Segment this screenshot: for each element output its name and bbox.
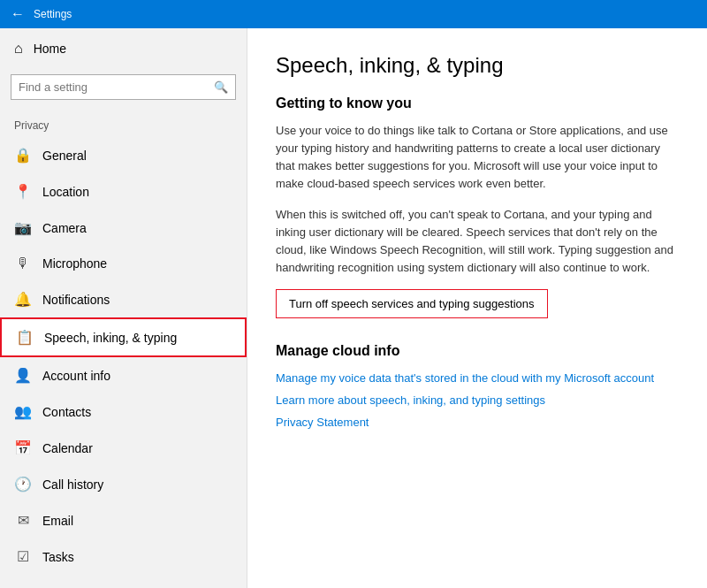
speech-icon: 📋 [16,329,34,346]
search-input[interactable] [19,80,214,94]
search-icon: 🔍 [214,80,228,94]
content-area: Speech, inking, & typing Getting to know… [247,28,707,588]
location-icon: 📍 [14,183,32,200]
main-layout: ⌂ Home 🔍 Privacy 🔒 General 📍 Location 📷 … [0,28,707,588]
calendar-icon: 📅 [14,439,32,456]
getting-to-know-heading: Getting to know you [276,95,679,111]
sidebar-item-label: Contacts [42,405,91,419]
sidebar-item-notifications[interactable]: 🔔 Notifications [0,281,247,317]
sidebar-item-account[interactable]: 👤 Account info [0,357,247,393]
sidebar-item-label: Account info [42,369,110,383]
turn-off-button[interactable]: Turn off speech services and typing sugg… [276,289,548,318]
sidebar-item-label: Calendar [42,441,93,455]
description-2: When this is switched off, you can't spe… [276,206,679,278]
contacts-icon: 👥 [14,403,32,420]
sidebar-home-label: Home [34,42,66,56]
learn-more-link[interactable]: Learn more about speech, inking, and typ… [276,393,679,407]
callhistory-icon: 🕐 [14,476,32,493]
sidebar-item-label: Microphone [42,256,107,271]
sidebar-item-general[interactable]: 🔒 General [0,137,247,173]
search-box: 🔍 [11,74,236,100]
account-icon: 👤 [14,367,32,384]
sidebar-item-calendar[interactable]: 📅 Calendar [0,430,247,466]
general-icon: 🔒 [14,147,32,164]
sidebar-item-label: Tasks [42,550,74,564]
back-button[interactable]: ← [11,6,25,22]
sidebar-item-email[interactable]: ✉ Email [0,502,247,538]
sidebar-item-label: Location [42,185,89,199]
sidebar-item-label: Email [42,514,73,528]
sidebar-item-camera[interactable]: 📷 Camera [0,210,247,246]
tasks-icon: ☑ [14,548,32,565]
privacy-statement-link[interactable]: Privacy Statement [276,416,679,429]
sidebar-item-home[interactable]: ⌂ Home [0,28,247,69]
home-icon: ⌂ [14,41,23,57]
sidebar-item-label: Notifications [42,293,110,307]
sidebar-item-microphone[interactable]: 🎙 Microphone [0,246,247,281]
sidebar-item-speech[interactable]: 📋 Speech, inking, & typing [0,317,247,357]
manage-cloud-heading: Manage cloud info [276,343,679,359]
microphone-icon: 🎙 [14,256,32,271]
sidebar-item-contacts[interactable]: 👥 Contacts [0,393,247,430]
sidebar-item-label: Call history [42,477,103,492]
sidebar-item-location[interactable]: 📍 Location [0,173,247,210]
notifications-icon: 🔔 [14,291,32,308]
sidebar-item-label: General [42,149,87,163]
description-1: Use your voice to do things like talk to… [276,122,679,194]
sidebar: ⌂ Home 🔍 Privacy 🔒 General 📍 Location 📷 … [0,28,247,588]
manage-voice-data-link[interactable]: Manage my voice data that's stored in th… [276,371,679,385]
title-bar: ← Settings [0,0,707,28]
email-icon: ✉ [14,512,32,529]
window-title: Settings [34,8,72,20]
sidebar-item-label: Speech, inking, & typing [44,331,177,345]
sidebar-item-callhistory[interactable]: 🕐 Call history [0,466,247,502]
page-title: Speech, inking, & typing [276,53,679,78]
sidebar-item-tasks[interactable]: ☑ Tasks [0,538,247,575]
camera-icon: 📷 [14,219,32,236]
sidebar-section-label: Privacy [0,112,247,137]
sidebar-item-label: Camera [42,221,87,235]
